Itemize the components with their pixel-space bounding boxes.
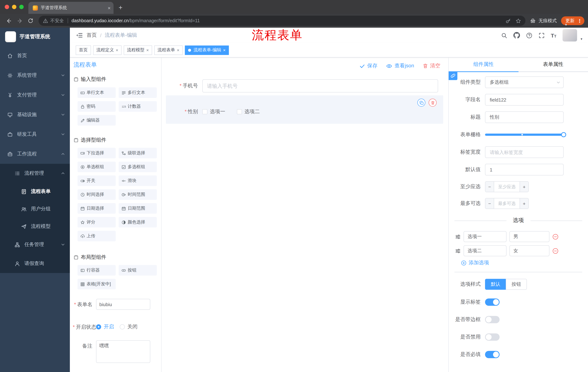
tag-close-icon[interactable]: ×	[223, 48, 226, 52]
component-editor[interactable]: 编辑器	[77, 115, 116, 126]
status-on-label[interactable]: 开启	[104, 324, 114, 330]
github-icon[interactable]	[514, 32, 520, 39]
gender-option-1-checkbox[interactable]: 选项一	[202, 108, 225, 115]
component-checkbox-group[interactable]: 多选框组	[119, 162, 157, 172]
window-close-button[interactable]	[5, 5, 9, 9]
clear-button[interactable]: 清空	[423, 63, 440, 69]
component-rate[interactable]: 评分	[77, 217, 116, 227]
forward-button[interactable]	[15, 16, 25, 26]
style-button-button[interactable]: 按钮	[506, 279, 527, 290]
option-2-value-input[interactable]	[509, 245, 549, 256]
component-single-line-text[interactable]: 单行文本	[77, 87, 116, 98]
decrease-button[interactable]: −	[485, 182, 494, 192]
address-bar[interactable]: 不安全 dashboard.yudao.iocoder.cn/bpm/manag…	[39, 16, 525, 26]
component-switch[interactable]: 开关	[77, 175, 116, 186]
component-select[interactable]: 下拉选择	[77, 148, 116, 158]
increase-button[interactable]: +	[520, 198, 528, 209]
sidebar-fold-icon[interactable]	[76, 32, 83, 39]
view-json-button[interactable]: 查看json	[386, 63, 414, 69]
tag-home[interactable]: 首页	[76, 45, 91, 55]
gender-option-2-checkbox[interactable]: 选项二	[237, 108, 260, 115]
component-table[interactable]: 表格[开发中]	[77, 279, 116, 289]
window-minimize-button[interactable]	[12, 5, 16, 9]
decrease-button[interactable]: −	[485, 198, 494, 209]
tag-process-form-edit[interactable]: 流程表单-编辑×	[185, 45, 229, 55]
sidebar-item-process-management[interactable]: 流程管理	[0, 164, 70, 183]
tab-close-icon[interactable]: ×	[108, 5, 111, 10]
component-time-picker[interactable]: 时间选择	[77, 189, 116, 200]
tag-close-icon[interactable]: ×	[116, 48, 118, 52]
window-zoom-button[interactable]	[19, 5, 24, 9]
help-icon[interactable]	[526, 32, 532, 38]
new-tab-button[interactable]: +	[119, 4, 122, 11]
sidebar-item-dev-tools[interactable]: 研发工具	[0, 125, 70, 144]
disabled-toggle[interactable]	[485, 333, 500, 341]
copy-widget-button[interactable]	[417, 99, 425, 107]
sidebar-item-workflow[interactable]: 工作流程	[0, 144, 70, 164]
status-on-radio[interactable]	[96, 324, 101, 329]
reload-button[interactable]	[25, 16, 36, 26]
component-color-picker[interactable]: 颜色选择	[119, 217, 157, 227]
sidebar-item-infrastructure[interactable]: 基础设施	[0, 105, 70, 125]
option-1-name-input[interactable]	[463, 231, 506, 242]
component-date-picker[interactable]: 日期选择	[77, 203, 116, 214]
drag-handle-icon[interactable]	[455, 234, 461, 239]
label-width-input[interactable]	[485, 146, 564, 158]
fullscreen-icon[interactable]	[538, 32, 545, 38]
title-input[interactable]	[485, 111, 564, 123]
status-off-radio[interactable]	[120, 324, 125, 329]
user-avatar[interactable]	[563, 29, 577, 42]
grid-slider[interactable]	[485, 129, 564, 140]
checkbox-box[interactable]	[237, 109, 242, 114]
field-name-input[interactable]	[485, 94, 564, 106]
back-button[interactable]	[4, 16, 14, 26]
browser-menu-icon[interactable]: ⋮	[577, 18, 582, 23]
option-2-name-input[interactable]	[463, 245, 506, 256]
tag-close-icon[interactable]: ×	[146, 48, 149, 52]
form-widget-gender-selected[interactable]: *性别 选项一 选项二	[166, 95, 443, 124]
component-upload[interactable]: 上传	[77, 231, 116, 241]
component-password[interactable]: 密码	[77, 101, 116, 112]
font-size-icon[interactable]: TT	[551, 32, 556, 38]
component-slider[interactable]: 滑块	[119, 175, 157, 186]
sidebar-logo-area[interactable]: 芋道管理系统	[0, 28, 70, 46]
increase-button[interactable]: +	[520, 182, 528, 192]
component-cascader[interactable]: 级联选择	[119, 148, 157, 158]
component-date-range[interactable]: 日期范围	[119, 203, 157, 214]
component-row-container[interactable]: 行容器	[77, 265, 116, 276]
checkbox-box[interactable]	[202, 109, 207, 114]
link-handle-button[interactable]	[449, 71, 457, 80]
max-select-input[interactable]	[494, 198, 520, 209]
password-key-icon[interactable]	[505, 18, 511, 23]
sidebar-item-payment[interactable]: 支付管理	[0, 85, 70, 105]
tab-component-properties[interactable]: 组件属性	[449, 57, 518, 71]
tab-form-properties[interactable]: 表单属性	[518, 57, 588, 71]
sidebar-item-process-form[interactable]: 流程表单	[0, 183, 70, 200]
default-value-input[interactable]	[485, 164, 564, 175]
browser-dropdown-caret-icon[interactable]: ▼	[564, 23, 568, 27]
delete-widget-button[interactable]	[429, 99, 437, 107]
component-textarea[interactable]: 多行文本	[119, 87, 157, 98]
component-counter[interactable]: 123计数器	[119, 101, 157, 112]
drag-handle-icon[interactable]	[455, 248, 461, 254]
tag-process-model[interactable]: 流程模型×	[124, 45, 152, 55]
tag-process-form[interactable]: 流程表单×	[154, 45, 183, 55]
style-default-button[interactable]: 默认	[485, 279, 506, 290]
breadcrumb-home[interactable]: 首页	[87, 32, 97, 39]
phone-input[interactable]	[202, 79, 438, 93]
tag-process-definition[interactable]: 流程定义×	[93, 45, 122, 55]
component-time-range[interactable]: 时间范围	[119, 189, 157, 200]
sidebar-item-task-management[interactable]: 任务管理	[0, 235, 70, 254]
save-button[interactable]: 保存	[360, 63, 378, 69]
remove-option-button[interactable]	[552, 234, 558, 240]
required-toggle[interactable]	[485, 351, 500, 358]
sidebar-item-home[interactable]: 首页	[0, 46, 70, 65]
bookmark-star-icon[interactable]	[515, 18, 521, 23]
slider-handle[interactable]	[561, 132, 566, 137]
component-type-select[interactable]: 多选框组	[485, 76, 564, 88]
border-toggle[interactable]	[485, 316, 500, 323]
show-label-toggle[interactable]	[485, 298, 500, 306]
component-radio-group[interactable]: 单选框组	[77, 162, 116, 172]
search-icon[interactable]	[501, 32, 507, 38]
form-widget-phone[interactable]: *手机号	[166, 79, 443, 93]
